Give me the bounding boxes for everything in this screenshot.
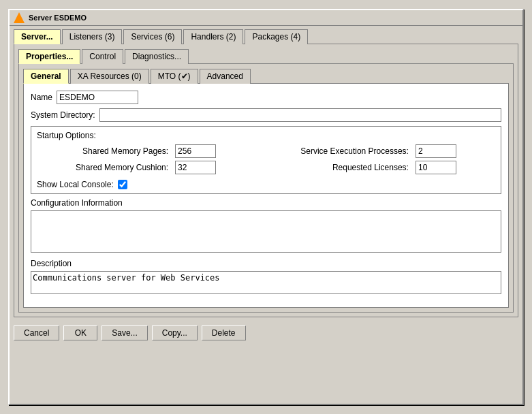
show-local-console-row: Show Local Console: bbox=[37, 180, 255, 189]
copy-button[interactable]: Copy... bbox=[152, 325, 198, 340]
tab-control[interactable]: Control bbox=[82, 49, 123, 64]
system-dir-row: System Directory: bbox=[31, 108, 501, 122]
name-label: Name bbox=[31, 93, 52, 102]
main-window: Server ESDEMO Server... Listeners (3) Se… bbox=[8, 9, 524, 405]
tab-services[interactable]: Services (6) bbox=[123, 29, 182, 44]
shared-mem-pages-label: Shared Memory Pages: bbox=[37, 146, 168, 156]
tab-diagnostics[interactable]: Diagnostics... bbox=[125, 49, 189, 64]
outer-tab-bar: Server... Listeners (3) Services (6) Han… bbox=[10, 26, 522, 44]
tab-xa-resources[interactable]: XA Resources (0) bbox=[70, 69, 149, 84]
description-wrapper: Communications server for Web Services bbox=[31, 271, 501, 296]
startup-options-box: Startup Options: Shared Memory Pages: Se… bbox=[31, 126, 501, 194]
shared-mem-cushion-label: Shared Memory Cushion: bbox=[37, 163, 168, 172]
tab-advanced[interactable]: Advanced bbox=[200, 69, 251, 84]
tab-general[interactable]: General bbox=[23, 69, 69, 84]
level3-tab-bar: General XA Resources (0) MTO (✔) Advance… bbox=[23, 68, 509, 83]
startup-label: Startup Options: bbox=[37, 131, 495, 140]
config-info-section: Configuration Information bbox=[31, 198, 501, 255]
description-section: Description Communications server for We… bbox=[31, 259, 501, 296]
title-bar: Server ESDEMO bbox=[10, 10, 522, 26]
service-exec-input[interactable] bbox=[416, 144, 456, 158]
show-local-console-label: Show Local Console: bbox=[37, 180, 114, 189]
show-local-console-checkbox[interactable] bbox=[118, 180, 127, 189]
name-row: Name bbox=[31, 91, 501, 104]
tab-mto[interactable]: MTO (✔) bbox=[151, 69, 198, 84]
delete-button[interactable]: Delete bbox=[202, 325, 246, 340]
ok-button[interactable]: OK bbox=[63, 325, 97, 340]
level2-content: General XA Resources (0) MTO (✔) Advance… bbox=[18, 63, 514, 313]
system-dir-input[interactable] bbox=[99, 108, 501, 122]
tab-packages[interactable]: Packages (4) bbox=[245, 29, 308, 44]
window-title: Server ESDEMO bbox=[29, 14, 87, 22]
tab-handlers[interactable]: Handlers (2) bbox=[183, 29, 243, 44]
level2-tab-bar: Properties... Control Diagnostics... bbox=[18, 48, 514, 63]
tab-listeners[interactable]: Listeners (3) bbox=[62, 29, 123, 44]
description-textarea[interactable]: Communications server for Web Services bbox=[31, 271, 501, 294]
config-info-wrapper bbox=[31, 210, 501, 255]
name-input[interactable] bbox=[57, 91, 138, 104]
shared-mem-cushion-input[interactable] bbox=[175, 161, 216, 174]
shared-mem-pages-input[interactable] bbox=[175, 144, 216, 158]
startup-grid: Shared Memory Pages: Service Execution P… bbox=[37, 144, 495, 189]
button-bar: Cancel OK Save... Copy... Delete bbox=[10, 321, 522, 345]
system-dir-label: System Directory: bbox=[31, 110, 95, 120]
main-content: Properties... Control Diagnostics... Gen… bbox=[14, 44, 518, 317]
level3-content: Name System Directory: Startup Options: … bbox=[23, 83, 509, 308]
service-exec-label: Service Execution Processes: bbox=[262, 146, 409, 156]
requested-licenses-label: Requested Licenses: bbox=[262, 163, 409, 172]
config-info-textarea[interactable] bbox=[31, 210, 501, 253]
cancel-button[interactable]: Cancel bbox=[14, 325, 59, 340]
requested-licenses-input[interactable] bbox=[416, 161, 456, 174]
description-label: Description bbox=[31, 259, 501, 268]
tab-properties[interactable]: Properties... bbox=[18, 49, 80, 64]
config-info-label: Configuration Information bbox=[31, 198, 501, 208]
save-button[interactable]: Save... bbox=[101, 325, 147, 340]
triangle-icon bbox=[14, 12, 25, 23]
tab-server[interactable]: Server... bbox=[14, 29, 61, 44]
